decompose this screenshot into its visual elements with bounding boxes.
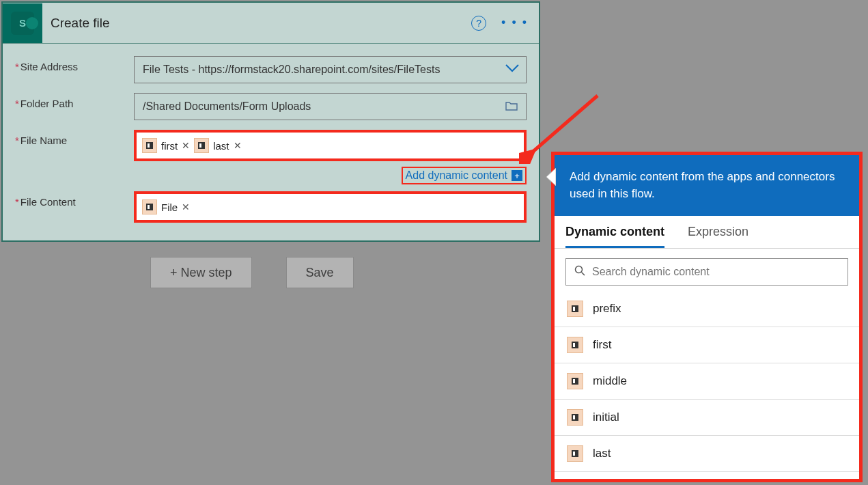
dynamic-item-label: first: [593, 338, 611, 352]
formstack-icon: [567, 337, 583, 353]
create-file-card: S Create file ? • • • *Site Address File…: [1, 1, 540, 242]
add-dynamic-row: Add dynamic content +: [15, 167, 527, 184]
remove-token-icon[interactable]: ✕: [182, 140, 190, 151]
token-label: File: [161, 202, 178, 213]
dynamic-content-tabs: Dynamic content Expression: [555, 216, 859, 249]
row-file-content: *File Content File✕: [15, 191, 527, 223]
card-title: Create file: [51, 16, 471, 31]
search-icon: [574, 265, 585, 279]
dynamic-item-last[interactable]: last: [555, 436, 859, 472]
dynamic-item-label: last: [593, 447, 611, 460]
card-body: *Site Address File Tests - https://forms…: [3, 44, 539, 240]
label-file-name: *File Name: [15, 130, 134, 146]
formstack-icon: [567, 409, 583, 426]
formstack-icon: [142, 199, 157, 214]
plus-icon: +: [512, 170, 522, 181]
svg-line-7: [582, 273, 585, 276]
token-label: first: [161, 140, 178, 152]
svg-rect-13: [573, 379, 575, 383]
dynamic-item-label: prefix: [593, 302, 621, 316]
dynamic-search-input[interactable]: [592, 266, 839, 278]
folder-picker-icon[interactable]: [505, 101, 518, 113]
formstack-icon: [567, 301, 583, 317]
svg-rect-15: [573, 415, 575, 419]
sharepoint-icon: S: [3, 3, 42, 43]
label-folder-path: *Folder Path: [15, 93, 134, 109]
dynamic-item-first[interactable]: first: [555, 327, 859, 363]
formstack-icon: [567, 445, 583, 462]
row-folder-path: *Folder Path /Shared Documents/Form Uplo…: [15, 93, 527, 120]
save-button[interactable]: Save: [286, 257, 354, 288]
tab-expression[interactable]: Expression: [688, 218, 748, 248]
card-header: S Create file ? • • •: [3, 3, 539, 44]
dynamic-search[interactable]: [565, 258, 848, 286]
dynamic-content-header: Add dynamic content from the apps and co…: [555, 155, 859, 216]
dynamic-content-list: prefixfirstmiddleinitiallast: [555, 291, 859, 479]
svg-rect-17: [573, 452, 575, 456]
formstack-icon: [194, 138, 209, 153]
token-label: last: [213, 140, 229, 152]
new-step-button[interactable]: + New step: [150, 257, 252, 288]
dynamic-content-panel: Add dynamic content from the apps and co…: [551, 152, 863, 482]
token-first[interactable]: first✕: [142, 138, 190, 153]
svg-rect-1: [148, 143, 150, 148]
dynamic-item-initial[interactable]: initial: [555, 400, 859, 436]
site-address-value: File Tests - https://formstack20.sharepo…: [143, 64, 440, 76]
footer-buttons: + New step Save: [150, 257, 354, 288]
svg-rect-5: [148, 205, 150, 209]
dynamic-item-prefix[interactable]: prefix: [555, 291, 859, 327]
sharepoint-icon-letter: S: [19, 17, 26, 29]
remove-token-icon[interactable]: ✕: [182, 202, 190, 212]
svg-line-18: [531, 96, 598, 153]
tab-dynamic-content[interactable]: Dynamic content: [565, 218, 664, 248]
row-site-address: *Site Address File Tests - https://forms…: [15, 56, 527, 83]
remove-token-icon[interactable]: ✕: [234, 140, 242, 151]
formstack-icon: [142, 138, 157, 153]
dynamic-item-middle[interactable]: middle: [555, 363, 859, 400]
file-name-input[interactable]: first✕last✕: [134, 130, 527, 161]
help-icon[interactable]: ?: [471, 16, 486, 31]
label-site-address: *Site Address: [15, 56, 134, 72]
add-dynamic-label: Add dynamic content: [406, 169, 507, 182]
svg-rect-9: [573, 307, 575, 311]
chevron-down-icon: [505, 64, 518, 76]
row-file-name: *File Name first✕last✕: [15, 130, 527, 161]
site-address-select[interactable]: File Tests - https://formstack20.sharepo…: [134, 56, 527, 83]
label-file-content: *File Content: [15, 191, 134, 208]
dynamic-item-label: initial: [593, 411, 619, 424]
svg-rect-11: [573, 343, 575, 347]
token-last[interactable]: last✕: [194, 138, 241, 153]
add-dynamic-content-link[interactable]: Add dynamic content +: [402, 167, 527, 184]
file-content-input[interactable]: File✕: [134, 191, 527, 223]
token-file[interactable]: File✕: [142, 199, 190, 214]
dynamic-item-label: middle: [593, 374, 627, 388]
svg-point-6: [576, 266, 583, 273]
formstack-icon: [567, 373, 583, 389]
more-menu-icon[interactable]: • • •: [499, 16, 531, 30]
folder-path-input[interactable]: /Shared Documents/Form Uploads: [134, 93, 527, 120]
folder-path-value: /Shared Documents/Form Uploads: [143, 100, 311, 113]
svg-rect-3: [199, 143, 201, 148]
